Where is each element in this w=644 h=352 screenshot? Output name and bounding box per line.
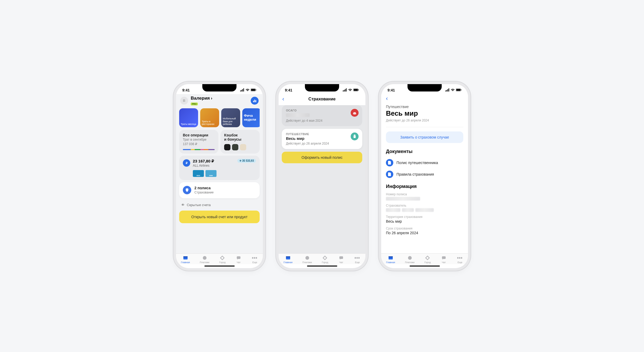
analytics-button[interactable] [251,97,259,105]
tab-chat[interactable]: Чат [338,255,344,264]
policy-valid-until: Действует до 4 мая 2024 [286,119,358,123]
home-icon [388,255,394,261]
file-claim-button[interactable]: Заявить о страховом случае [386,131,463,143]
notch [202,84,237,91]
back-button[interactable]: ‹ [386,94,463,104]
story-kid-bank[interactable]: Мобильный банк для ребенка [221,108,240,127]
more-icon [457,255,463,261]
policy-valid-until: Действует до 26 апреля 2024 [386,119,463,122]
payments-icon [304,255,310,261]
story-label: Траты месяца [181,123,197,125]
open-product-button[interactable]: Открыть новый счет или продукт [179,211,260,223]
redacted [402,208,414,212]
tab-label: Чат [339,261,343,264]
doc-label: Правила страхования [396,172,434,176]
miles-value: 35 533,93 [242,159,254,162]
policy-title: Весь мир [386,109,463,118]
status-time: 9:41 [285,88,292,92]
tab-payments[interactable]: Платежи [405,255,415,264]
tab-more[interactable]: Еще [251,255,258,264]
avatar[interactable]: В [180,97,188,105]
svg-point-43 [408,256,412,260]
redacted [386,208,400,212]
payments-icon [202,255,208,261]
nav-header: ‹ Страхование [279,94,365,105]
field-policy-number-label: Номер полиса [386,192,463,196]
tab-chat[interactable]: Чат [441,255,447,264]
tab-more[interactable]: Еще [354,255,360,264]
svg-rect-15 [252,257,253,259]
svg-rect-30 [339,256,343,259]
tab-home[interactable]: Главная [386,255,395,264]
tab-home[interactable]: Главная [284,255,293,264]
hidden-accounts-row[interactable]: 👁 Скрытые счета [179,202,260,211]
tab-payments[interactable]: Платежи [302,255,312,264]
cashback-title: Кэшбэк [224,133,256,137]
back-button[interactable]: ‹ [282,96,284,103]
field-territory-value: Весь мир [386,219,463,223]
car-icon [351,109,359,117]
status-time: 9:41 [388,88,395,92]
pdf-icon [386,159,393,166]
home-icon [285,255,291,261]
field-territory-label: Территория страхования [386,215,463,219]
svg-rect-31 [355,257,356,259]
svg-rect-16 [254,257,255,259]
tab-label: Чат [442,261,446,264]
svg-rect-0 [240,90,241,91]
policy-travel[interactable]: ПУТЕШЕСТВИЕ Весь мир Действует до 26 апр… [282,129,362,149]
story-feature-week[interactable]: Фича недели [242,108,260,127]
doc-rules-pdf[interactable]: Правила страхования [386,169,463,180]
hidden-label: Скрытые счета [187,203,211,207]
ruble-icon: ₽ [183,159,190,167]
card-last4: 0012 [197,175,200,176]
svg-rect-6 [256,89,256,90]
info-heading: Информация [386,184,463,189]
tab-city[interactable]: Город [322,255,328,264]
chat-icon [338,255,344,261]
story-spending-month[interactable]: Траты месяца [179,108,198,127]
signal-icon [343,88,347,92]
main-account-card[interactable]: ₽ 23 167,80 ₽ ALL Airlines ✈ 35 533,93 0… [179,156,260,180]
all-operations-card[interactable]: Все операции Трат в сентябре 137 036 ₽ [179,130,218,154]
new-policy-button[interactable]: Оформить новый полис [282,152,362,163]
tab-home[interactable]: Главная [181,255,190,264]
cashback-card[interactable]: Кэшбэк и бонусы [220,130,260,154]
tab-chat[interactable]: Чат [235,255,242,264]
notch [407,84,442,91]
card-thumbnail-2[interactable]: 5506 [205,170,217,177]
home-indicator [307,266,337,267]
insurance-card[interactable]: 2 полиса Страхование [179,182,260,198]
tab-bar: Главная Платежи Город Чат Еще [381,253,468,264]
story-restaurants[interactable]: Траты в ресторанах [200,108,219,127]
page-title: Страхование [279,97,365,101]
tab-city[interactable]: Город [219,255,225,264]
battery-icon [456,88,462,92]
svg-rect-2 [242,89,243,91]
luggage-icon [351,132,359,140]
tab-city[interactable]: Город [424,255,431,264]
wifi-icon [451,88,455,92]
tab-payments[interactable]: Платежи [200,255,209,264]
chat-icon [235,255,242,261]
policy-category: ОСАГО [286,109,358,112]
svg-rect-46 [459,257,460,259]
tab-label: Город [219,261,225,264]
card-last4: 5506 [209,175,213,176]
cashback-dot [224,144,230,150]
svg-rect-37 [449,88,449,91]
svg-rect-23 [354,89,358,90]
user-block[interactable]: Валерия › PRO [191,96,212,106]
notch [305,84,339,91]
card-thumbnail-1[interactable]: 0012 [193,170,204,177]
insurance-title: 2 полиса [194,186,214,190]
story-label: Мобильный банк для ребенка [223,117,239,125]
policy-category: ПУТЕШЕСТВИЕ [286,132,358,136]
svg-rect-40 [461,89,461,90]
tab-more[interactable]: Еще [457,255,463,264]
payments-icon [407,255,413,261]
policy-osago[interactable]: ОСАГО Действует до 4 мая 2024 [282,105,362,126]
svg-rect-1 [241,90,242,91]
doc-policy-pdf[interactable]: Полис путешественника [386,157,463,169]
tab-label: Главная [181,261,190,264]
